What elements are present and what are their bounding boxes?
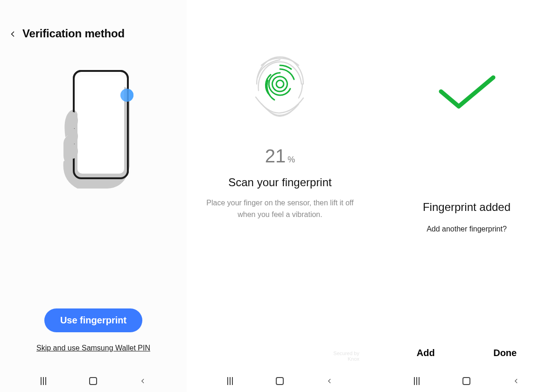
progress-value: 21 bbox=[265, 146, 286, 167]
use-fingerprint-button[interactable]: Use fingerprint bbox=[44, 308, 142, 332]
home-icon[interactable] bbox=[274, 375, 286, 386]
svg-point-6 bbox=[120, 89, 133, 102]
back-icon[interactable] bbox=[138, 375, 149, 386]
done-button[interactable]: Done bbox=[482, 343, 528, 363]
back-icon[interactable] bbox=[9, 30, 16, 37]
progress-percent: 21 % bbox=[265, 146, 295, 167]
scan-title: Scan your fingerprint bbox=[228, 176, 331, 189]
add-button[interactable]: Add bbox=[406, 343, 446, 363]
bottom-actions: Use fingerprint Skip and use Samsung Wal… bbox=[0, 308, 187, 352]
added-title: Fingerprint added bbox=[423, 201, 511, 214]
check-icon bbox=[432, 74, 502, 113]
back-icon[interactable] bbox=[511, 375, 522, 386]
recents-icon[interactable] bbox=[38, 375, 49, 386]
android-nav-bar bbox=[373, 370, 560, 392]
scan-fingerprint-screen: 21 % Scan your fingerprint Place your fi… bbox=[187, 0, 373, 392]
fingerprint-progress: 21 % Scan your fingerprint Place your fi… bbox=[187, 47, 373, 221]
secured-by-knox-label: Secured by Knox bbox=[333, 350, 359, 362]
bottom-actions: Add Done bbox=[373, 343, 560, 363]
home-icon[interactable] bbox=[88, 375, 99, 386]
page-title: Verification method bbox=[22, 27, 125, 40]
svg-point-10 bbox=[276, 80, 284, 88]
back-icon[interactable] bbox=[324, 375, 336, 386]
home-icon[interactable] bbox=[461, 375, 472, 386]
success-section: Fingerprint added Add another fingerprin… bbox=[373, 74, 560, 233]
phone-hand-illustration bbox=[47, 68, 140, 189]
fingerprint-added-screen: Fingerprint added Add another fingerprin… bbox=[373, 0, 560, 392]
scan-subtitle: Place your finger on the sensor, then li… bbox=[187, 197, 373, 221]
svg-point-8 bbox=[68, 128, 78, 144]
svg-point-7 bbox=[68, 112, 78, 129]
header: Verification method bbox=[0, 0, 187, 40]
skip-link[interactable]: Skip and use Samsung Wallet PIN bbox=[36, 344, 150, 352]
progress-unit: % bbox=[287, 155, 295, 165]
recents-icon[interactable] bbox=[411, 375, 422, 386]
fingerprint-icon bbox=[247, 47, 313, 123]
svg-rect-5 bbox=[77, 76, 124, 174]
added-subtitle: Add another fingerprint? bbox=[427, 225, 507, 233]
android-nav-bar bbox=[187, 370, 373, 392]
recents-icon[interactable] bbox=[224, 375, 236, 386]
android-nav-bar bbox=[0, 370, 187, 392]
svg-point-9 bbox=[68, 144, 78, 159]
verification-method-screen: Verification method bbox=[0, 0, 187, 392]
